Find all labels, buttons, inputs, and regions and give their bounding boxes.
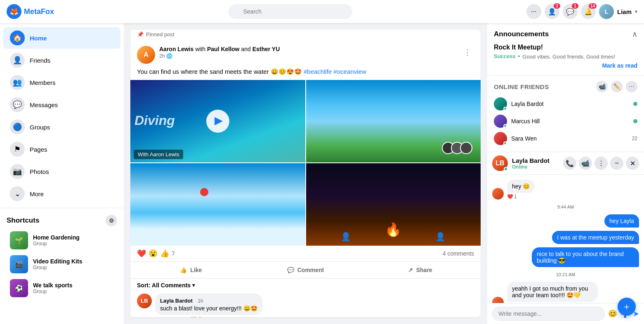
fab-icon: ＋	[622, 301, 631, 313]
sidebar-item-label: More	[30, 190, 44, 197]
sidebar-item-photos[interactable]: 📷 Photos	[3, 161, 120, 182]
friends-notification-button[interactable]: 👤 3	[545, 4, 559, 19]
fab-new-message[interactable]: ＋	[618, 298, 636, 316]
app-logo[interactable]: 🦊 MetaFox	[7, 4, 54, 19]
comment-text: such a blast! love your energy!!! 😄🤩	[160, 305, 257, 312]
shortcut-item-home-gardening[interactable]: 🌱 Home Gardening Group	[3, 229, 120, 252]
voice-call-button[interactable]: 📞	[563, 157, 576, 170]
search-input[interactable]	[229, 4, 352, 19]
shortcut-sub: Group	[33, 265, 83, 270]
sidebar-item-groups[interactable]: 🔵 Groups	[3, 116, 120, 138]
comment-time: 1h	[198, 298, 203, 304]
comment-bubble: Layla Bardot 1h such a blast! love your …	[155, 293, 262, 315]
chat-close-button[interactable]: ✕	[626, 157, 639, 170]
avatar-initials: L	[605, 8, 609, 15]
like-button[interactable]: 👍 Like	[134, 263, 248, 277]
shortcut-info: Home Gardening Group	[33, 234, 80, 247]
chat-online-dot	[504, 167, 508, 171]
emoji-button[interactable]: 😊	[608, 309, 617, 318]
mark-read-button[interactable]: Mark as read	[494, 62, 637, 69]
online-dot	[503, 124, 507, 128]
user-menu[interactable]: L Liam ▾	[599, 4, 637, 19]
comment-reaction-emojis: ❤️😍	[190, 317, 203, 318]
share-icon: ↗	[408, 267, 413, 273]
friends-sidebar-icon: 👤	[10, 53, 25, 68]
comment-icon: 💬	[287, 267, 294, 273]
sidebar-item-friends[interactable]: 👤 Friends	[3, 49, 120, 71]
nav-icons: ··· 👤 3 💬 1 🔔 14 L Liam ▾	[526, 4, 637, 19]
comment-reply-button[interactable]: Reply	[172, 317, 185, 317]
video-call-icon[interactable]: 📹	[596, 81, 608, 92]
sidebar-item-pages[interactable]: ⚑ Pages	[3, 139, 120, 160]
online-friends-section: ONLINE FRIENDS 📹 ✏️ ⋯ Layla Bardot	[487, 76, 644, 152]
sidebar-item-messages[interactable]: 💬 Messages	[3, 94, 120, 115]
comment-item: LB Layla Bardot 1h such a blast! love yo…	[137, 293, 474, 318]
post-video-thumbnail[interactable]: Diving With Aaron Lewis	[130, 80, 305, 162]
diving-text-overlay: Diving	[134, 113, 175, 128]
play-button[interactable]	[206, 110, 229, 133]
online-friend-item: Sara Wen 22	[494, 130, 637, 147]
hashtag-beachlife[interactable]: #beachlife	[304, 68, 332, 75]
app-name: MetaFox	[24, 7, 54, 16]
online-friends-title: ONLINE FRIENDS	[494, 83, 549, 90]
post-image-ocean[interactable]	[306, 80, 481, 162]
more-friends-icon[interactable]: ⋯	[626, 81, 637, 92]
sort-label: Sort: All Comments	[137, 282, 191, 289]
shortcut-info: Video Editing Kits Group	[33, 258, 83, 270]
shortcut-item-video-editing[interactable]: 🎬 Video Editing Kits Group	[3, 253, 120, 276]
comment-actions: Like Reply ❤️😍 3	[157, 317, 262, 318]
chat-minimize-button[interactable]: −	[610, 157, 623, 170]
comment-like-button[interactable]: Like	[157, 317, 167, 317]
post-reactions: ❤️ 😮 👍 7 4 comments	[130, 246, 481, 262]
edit-icon[interactable]: ✏️	[611, 81, 623, 92]
alerts-notification-button[interactable]: 🔔 14	[581, 4, 596, 19]
post-text: You can find us where the sand meets the…	[130, 64, 481, 80]
more-options-button[interactable]: ···	[526, 4, 541, 19]
video-call-button[interactable]: 📹	[579, 157, 592, 170]
sidebar-item-label: Messages	[30, 101, 58, 108]
post-image-fire[interactable]: 🔥 👤 👤	[306, 163, 481, 246]
announcement-card: Rock It Meetup! Success • Good vibes. Go…	[494, 44, 637, 69]
messages-notification-button[interactable]: 💬 1	[563, 4, 578, 19]
message-item-sent: I was at the meetup yesterday	[492, 231, 639, 244]
reaction-heart-icon: ❤️	[137, 249, 146, 258]
sort-arrow-icon: ▾	[192, 282, 195, 288]
shortcuts-settings-button[interactable]: ⚙	[106, 215, 117, 226]
hashtag-oceanview[interactable]: #oceanview	[334, 68, 366, 75]
shortcut-icon-home-gardening: 🌱	[10, 231, 28, 249]
messages-badge: 1	[572, 3, 578, 9]
comments-count[interactable]: 4 comments	[443, 250, 474, 257]
announcement-title: Rock It Meetup!	[494, 44, 637, 51]
sidebar-item-more[interactable]: ⌄ More	[3, 183, 120, 204]
announcements-header: Announcements ∧	[494, 30, 637, 39]
sidebar-item-members[interactable]: 👥 Members	[3, 72, 120, 93]
reaction-wow-icon: 😮	[149, 249, 158, 258]
online-indicator	[633, 119, 637, 123]
chat-input[interactable]	[492, 307, 605, 321]
sort-comments-button[interactable]: Sort: All Comments ▾	[137, 282, 474, 289]
comment-button[interactable]: 💬 Comment	[248, 263, 363, 277]
pin-icon: 📌	[137, 31, 144, 38]
message-time: 9:44 AM	[492, 204, 639, 209]
share-button[interactable]: ↗ Share	[363, 263, 477, 277]
chat-more-button[interactable]: ⋮	[594, 157, 608, 170]
announcements-collapse-button[interactable]: ∧	[632, 30, 637, 39]
online-friend-avatar-wrap	[494, 132, 507, 145]
sidebar-item-label: Pages	[30, 146, 47, 153]
shortcuts-header: Shortcuts ⚙	[0, 211, 124, 228]
online-friend-name: Marcus Hill	[511, 118, 540, 124]
shortcut-item-we-talk-sports[interactable]: ⚽ We talk sports Group	[3, 277, 120, 300]
sidebar-item-label: Friends	[30, 57, 50, 64]
sidebar-item-home[interactable]: 🏠 Home	[3, 27, 120, 49]
shortcut-label: We talk sports	[33, 282, 72, 289]
pinned-label: Pinned post	[146, 31, 175, 38]
message-item-sent: hey Layla	[492, 214, 639, 228]
post-image-surf[interactable]	[130, 163, 305, 246]
sidebar-item-label: Groups	[30, 124, 50, 131]
chat-messages: hey 😊 ❤️1 9:44 AM hey Layla I was at the…	[487, 175, 644, 303]
more-icon: ···	[531, 8, 536, 15]
more-sidebar-icon: ⌄	[10, 186, 25, 201]
comments-section: Sort: All Comments ▾ LB Layla Bardot 1h …	[130, 278, 481, 318]
announcement-separator: •	[518, 53, 520, 59]
post-options-button[interactable]: ⋮	[461, 46, 474, 59]
